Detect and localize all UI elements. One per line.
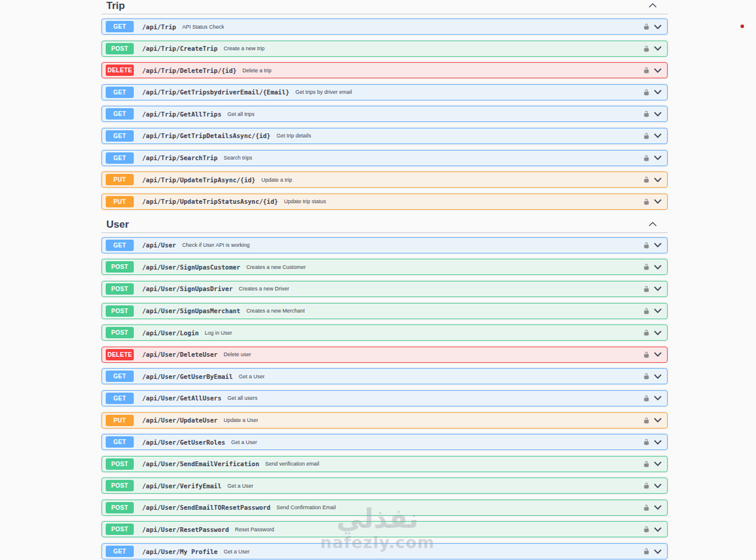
auth-lock-button[interactable]	[643, 372, 650, 380]
auth-lock-button[interactable]	[643, 417, 650, 424]
endpoint-row[interactable]: GET /api/Trip/GetTripDetailsAsync/{id} G…	[102, 128, 668, 144]
section-collapse-button[interactable]	[649, 3, 657, 8]
expand-endpoint-button[interactable]	[654, 265, 662, 270]
endpoint-description: Creates a new Customer	[246, 264, 306, 270]
expand-endpoint-button[interactable]	[654, 484, 662, 488]
endpoint-description: Send verification email	[265, 461, 319, 467]
endpoint-row[interactable]: GET /api/User/GetUserRoles Get a User	[102, 434, 668, 450]
endpoint-row[interactable]: GET /api/User/My Profile Get a User	[102, 543, 668, 559]
endpoint-row[interactable]: GET /api/User Check if User API is worki…	[102, 237, 668, 253]
auth-lock-button[interactable]	[643, 525, 650, 533]
endpoint-path: /api/Trip/GetAllTrips	[142, 111, 222, 118]
endpoint-row[interactable]: POST /api/User/SendEmailVerification Sen…	[102, 456, 668, 472]
method-badge: GET	[106, 130, 134, 142]
expand-endpoint-button[interactable]	[654, 243, 662, 247]
endpoint-path: /api/User/UpdateUser	[142, 417, 217, 424]
endpoint-path: /api/User/VerifyEmail	[142, 482, 222, 489]
method-badge: PUT	[106, 174, 134, 185]
auth-lock-button[interactable]	[643, 351, 650, 359]
auth-lock-button[interactable]	[643, 132, 650, 140]
endpoint-row-controls	[643, 132, 662, 140]
auth-lock-button[interactable]	[643, 394, 650, 402]
endpoint-row[interactable]: GET /api/User/GetUserByEmail Get a User	[102, 368, 668, 384]
method-badge: POST	[106, 283, 134, 295]
auth-lock-button[interactable]	[643, 263, 650, 271]
endpoint-row[interactable]: POST /api/User/SignUpasMerchant Creates …	[102, 303, 668, 319]
endpoint-row-controls	[643, 525, 662, 533]
endpoint-path: /api/User/SignUpasCustomer	[142, 264, 240, 271]
auth-lock-button[interactable]	[643, 547, 650, 555]
expand-endpoint-button[interactable]	[654, 308, 662, 313]
expand-endpoint-button[interactable]	[654, 68, 662, 73]
endpoint-description: Creates a new Merchant	[246, 308, 305, 314]
endpoint-row[interactable]: POST /api/Trip/CreateTrip Create a new t…	[102, 41, 668, 57]
endpoint-row[interactable]: GET /api/Trip/GetAllTrips Get all trips	[102, 106, 668, 122]
expand-endpoint-button[interactable]	[654, 374, 662, 379]
expand-endpoint-button[interactable]	[654, 440, 662, 445]
expand-endpoint-button[interactable]	[654, 155, 662, 160]
endpoint-row[interactable]: GET /api/User/GetAllUsers Get all users	[102, 390, 668, 406]
section-header[interactable]: User	[102, 219, 668, 233]
auth-lock-button[interactable]	[643, 45, 650, 53]
auth-lock-button[interactable]	[643, 241, 650, 249]
expand-endpoint-button[interactable]	[654, 178, 662, 182]
auth-lock-button[interactable]	[643, 307, 650, 315]
api-section-trip: Trip GET /api/Trip API Status Check	[102, 0, 668, 210]
endpoint-row[interactable]: DELETE /api/User/DeleteUser Delete user	[102, 347, 668, 363]
endpoint-row[interactable]: POST /api/User/SignUpasDriver Creates a …	[102, 281, 668, 297]
endpoint-description: Get trip details	[276, 133, 311, 139]
expand-endpoint-button[interactable]	[654, 396, 662, 400]
endpoint-row-controls	[643, 372, 662, 380]
endpoint-row[interactable]: GET /api/Trip/SearchTrip Search trips	[102, 150, 668, 166]
endpoint-row[interactable]: POST /api/User/ResetPassword Reset Passw…	[102, 521, 668, 537]
endpoint-row[interactable]: GET /api/Trip API Status Check	[102, 19, 668, 35]
auth-lock-button[interactable]	[643, 285, 650, 293]
endpoint-row[interactable]: POST /api/User/Login Log in User	[102, 325, 668, 341]
expand-endpoint-button[interactable]	[654, 331, 662, 335]
section-header[interactable]: Trip	[102, 0, 668, 14]
expand-endpoint-button[interactable]	[654, 199, 662, 204]
endpoint-row[interactable]: POST /api/User/VerifyEmail Get a User	[102, 478, 668, 494]
expand-endpoint-button[interactable]	[654, 286, 662, 291]
expand-endpoint-button[interactable]	[654, 418, 662, 423]
endpoint-row[interactable]: PUT /api/User/UpdateUser Update a User	[102, 412, 668, 429]
expand-endpoint-button[interactable]	[654, 46, 662, 51]
section-collapse-button[interactable]	[649, 222, 657, 227]
expand-endpoint-button[interactable]	[654, 549, 662, 554]
endpoint-row[interactable]: DELETE /api/Trip/DeleteTrip/{id} Delete …	[102, 62, 668, 78]
auth-lock-button[interactable]	[643, 482, 650, 489]
unlock-icon	[643, 547, 650, 555]
expand-endpoint-button[interactable]	[654, 461, 662, 466]
auth-lock-button[interactable]	[643, 438, 650, 446]
auth-lock-button[interactable]	[643, 504, 650, 512]
endpoint-row[interactable]: PUT /api/Trip/UpdateTripAsync/{id} Updat…	[102, 172, 668, 188]
expand-endpoint-button[interactable]	[654, 133, 662, 138]
method-badge: POST	[106, 43, 134, 54]
expand-endpoint-button[interactable]	[654, 352, 662, 357]
chevron-down-icon	[654, 527, 662, 532]
method-badge: GET	[106, 87, 134, 98]
endpoint-row[interactable]: GET /api/Trip/GetTripsbydriverEmail/{Ema…	[102, 84, 668, 100]
endpoint-row-controls	[643, 329, 662, 336]
auth-lock-button[interactable]	[643, 88, 650, 96]
endpoint-row[interactable]: PUT /api/Trip/UpdateTripStatusAsync/{id}…	[102, 194, 668, 210]
expand-endpoint-button[interactable]	[654, 505, 662, 510]
expand-endpoint-button[interactable]	[654, 90, 662, 94]
auth-lock-button[interactable]	[643, 460, 650, 468]
auth-lock-button[interactable]	[643, 329, 650, 336]
endpoint-row[interactable]: POST /api/User/SendEmailTOResetPassword …	[102, 500, 668, 516]
chevron-down-icon	[654, 374, 662, 379]
auth-lock-button[interactable]	[643, 23, 650, 30]
endpoint-row-controls	[643, 504, 662, 512]
expand-endpoint-button[interactable]	[654, 527, 662, 532]
expand-endpoint-button[interactable]	[654, 25, 662, 29]
auth-lock-button[interactable]	[643, 176, 650, 183]
auth-lock-button[interactable]	[643, 66, 650, 74]
expand-endpoint-button[interactable]	[654, 112, 662, 117]
auth-lock-button[interactable]	[643, 110, 650, 118]
endpoint-row[interactable]: POST /api/User/SignUpasCustomer Creates …	[102, 259, 668, 275]
auth-lock-button[interactable]	[643, 198, 650, 206]
method-badge: POST	[106, 305, 134, 317]
chevron-down-icon	[654, 68, 662, 73]
auth-lock-button[interactable]	[643, 154, 650, 162]
